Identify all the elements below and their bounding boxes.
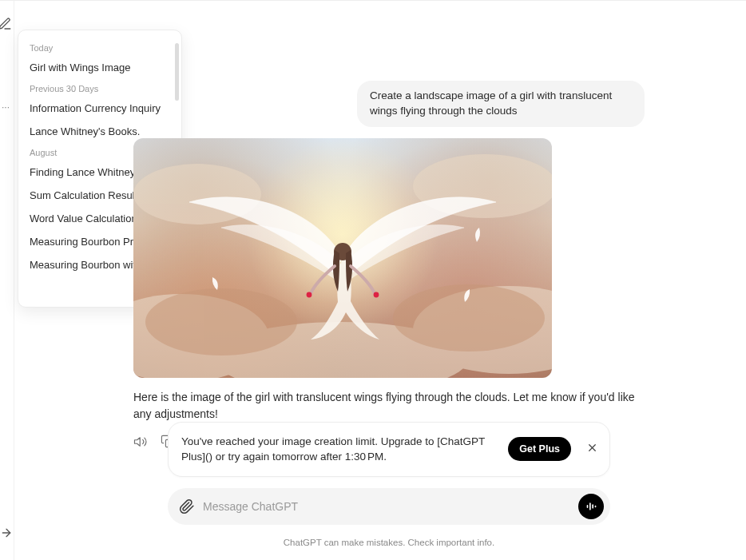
svg-point-8 [307, 292, 312, 297]
main-area: Create a landscape image of a girl with … [32, 1, 746, 560]
voice-input-button[interactable] [578, 494, 604, 519]
limit-banner-text: You've reached your image creation limit… [181, 434, 497, 465]
message-input[interactable] [203, 500, 570, 513]
conversation-thread: Create a landscape image of a girl with … [133, 81, 645, 449]
get-plus-button[interactable]: Get Plus [508, 437, 571, 461]
left-rail: ··· [0, 1, 14, 560]
read-aloud-icon[interactable] [133, 435, 148, 449]
svg-rect-13 [589, 502, 591, 510]
attach-icon[interactable] [179, 498, 195, 514]
svg-rect-15 [595, 506, 597, 508]
footer-disclaimer: ChatGPT can make mistakes. Check importa… [284, 538, 494, 547]
svg-marker-10 [135, 438, 141, 447]
user-message-bubble: Create a landscape image of a girl with … [357, 81, 645, 127]
svg-rect-12 [587, 505, 589, 508]
generated-image[interactable] [133, 138, 552, 378]
user-message-row: Create a landscape image of a girl with … [133, 81, 645, 127]
limit-banner: You've reached your image creation limit… [168, 422, 610, 477]
close-icon[interactable] [586, 442, 598, 456]
assistant-message-text: Here is the image of the girl with trans… [133, 389, 645, 423]
svg-point-5 [145, 288, 297, 355]
composer [168, 488, 610, 525]
svg-rect-14 [592, 504, 593, 508]
more-icon[interactable]: ··· [2, 101, 10, 113]
expand-sidebar-icon[interactable] [0, 526, 13, 542]
svg-point-9 [374, 292, 379, 297]
compose-icon[interactable] [0, 17, 12, 34]
